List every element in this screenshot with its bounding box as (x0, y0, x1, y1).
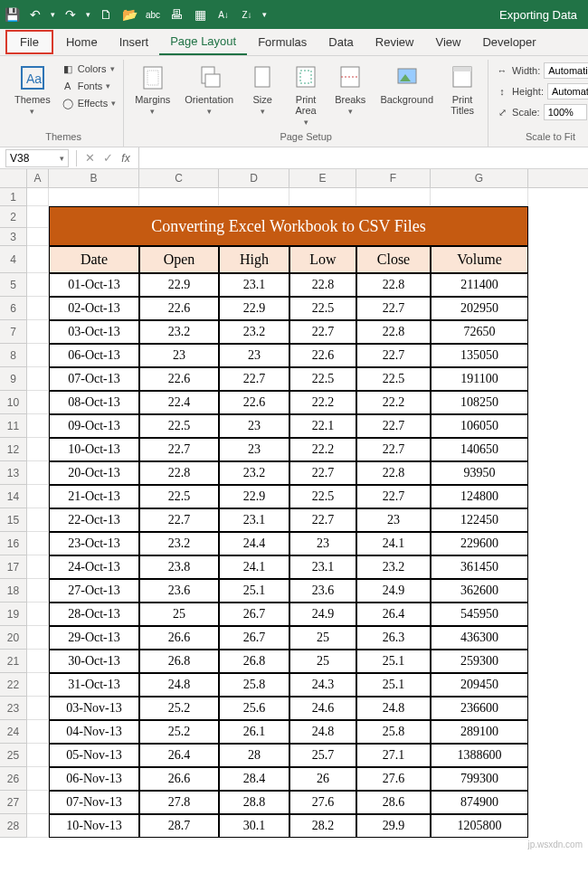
table-cell[interactable]: 22.7 (219, 367, 289, 391)
table-cell[interactable]: 135050 (431, 344, 528, 367)
table-cell[interactable]: 22.8 (139, 461, 219, 485)
table-cell[interactable]: 106050 (431, 414, 528, 438)
table-cell[interactable]: 30.1 (219, 814, 289, 838)
cancel-formula-icon[interactable]: ✕ (81, 151, 99, 165)
print-area-button[interactable]: Print Area▾ (286, 62, 326, 128)
table-cell[interactable]: 25.2 (139, 697, 219, 720)
table-cell[interactable]: 362600 (431, 579, 528, 603)
tab-formulas[interactable]: Formulas (247, 30, 318, 54)
table-cell[interactable]: 22.8 (356, 320, 431, 344)
table-cell[interactable]: 211400 (431, 273, 528, 297)
cell[interactable] (289, 188, 356, 206)
row-header[interactable]: 12 (0, 438, 27, 461)
table-cell[interactable]: 28.2 (289, 814, 356, 838)
cell[interactable] (27, 814, 49, 838)
scale-input[interactable] (544, 104, 587, 120)
row-header[interactable]: 22 (0, 673, 27, 697)
table-cell[interactable]: 23.1 (219, 273, 289, 297)
sort-asc-icon[interactable]: A↓ (215, 6, 232, 23)
row-header[interactable]: 25 (0, 744, 27, 767)
table-cell[interactable]: 03-Nov-13 (49, 697, 139, 720)
cell[interactable] (27, 206, 49, 228)
table-cell[interactable]: 436300 (431, 626, 528, 650)
row-header[interactable]: 4 (0, 246, 27, 273)
table-cell[interactable]: 22.9 (219, 297, 289, 320)
table-cell[interactable]: 22.2 (289, 438, 356, 461)
table-header[interactable]: Close (356, 246, 431, 273)
table-cell[interactable]: 25.1 (356, 673, 431, 697)
sheet-title[interactable]: Converting Excel Workbook to CSV Files (49, 206, 528, 246)
tab-data[interactable]: Data (318, 30, 364, 54)
table-cell[interactable]: 25.2 (139, 720, 219, 744)
table-cell[interactable]: 24.4 (219, 532, 289, 555)
table-cell[interactable]: 23 (139, 344, 219, 367)
row-header[interactable]: 10 (0, 391, 27, 414)
cell[interactable] (27, 246, 49, 273)
cell[interactable] (431, 188, 528, 206)
table-cell[interactable]: 28-Oct-13 (49, 603, 139, 626)
table-cell[interactable]: 108250 (431, 391, 528, 414)
table-cell[interactable]: 04-Nov-13 (49, 720, 139, 744)
cell[interactable] (27, 720, 49, 744)
qat-customize-icon[interactable]: ▾ (262, 10, 267, 19)
tab-page-layout[interactable]: Page Layout (159, 29, 247, 55)
table-cell[interactable]: 23 (356, 508, 431, 532)
table-cell[interactable]: 25.1 (356, 650, 431, 673)
table-cell[interactable]: 799300 (431, 767, 528, 791)
table-cell[interactable]: 25 (139, 603, 219, 626)
table-cell[interactable]: 22.9 (219, 485, 289, 508)
table-cell[interactable]: 22.5 (289, 485, 356, 508)
open-file-icon[interactable]: 📂 (121, 6, 138, 23)
table-cell[interactable]: 27.6 (356, 767, 431, 791)
table-cell[interactable]: 08-Oct-13 (49, 391, 139, 414)
table-cell[interactable]: 26.8 (139, 650, 219, 673)
undo-dropdown-icon[interactable]: ▾ (51, 10, 55, 19)
table-cell[interactable]: 22.5 (139, 414, 219, 438)
table-cell[interactable]: 22.4 (139, 391, 219, 414)
table-cell[interactable]: 124800 (431, 485, 528, 508)
table-cell[interactable]: 31-Oct-13 (49, 673, 139, 697)
table-header[interactable]: Volume (431, 246, 528, 273)
table-header[interactable]: High (219, 246, 289, 273)
table-cell[interactable]: 259300 (431, 650, 528, 673)
size-button[interactable]: Size▾ (242, 62, 282, 118)
table-cell[interactable]: 23.2 (219, 461, 289, 485)
table-cell[interactable]: 236600 (431, 697, 528, 720)
table-cell[interactable]: 29.9 (356, 814, 431, 838)
row-header[interactable]: 15 (0, 508, 27, 532)
row-header[interactable]: 23 (0, 697, 27, 720)
table-cell[interactable]: 23 (219, 344, 289, 367)
cell[interactable] (27, 673, 49, 697)
table-cell[interactable]: 122450 (431, 508, 528, 532)
row-header[interactable]: 3 (0, 228, 27, 246)
cell[interactable] (27, 273, 49, 297)
table-cell[interactable]: 22.1 (289, 414, 356, 438)
table-cell[interactable]: 24.9 (289, 603, 356, 626)
table-cell[interactable]: 191100 (431, 367, 528, 391)
table-cell[interactable]: 22.7 (139, 508, 219, 532)
table-cell[interactable]: 22-Oct-13 (49, 508, 139, 532)
table-cell[interactable]: 07-Nov-13 (49, 791, 139, 814)
formula-input[interactable] (138, 147, 588, 168)
table-cell[interactable]: 23-Oct-13 (49, 532, 139, 555)
table-cell[interactable]: 26.4 (139, 744, 219, 767)
table-cell[interactable]: 26.6 (139, 626, 219, 650)
cell[interactable] (219, 188, 289, 206)
table-cell[interactable]: 140650 (431, 438, 528, 461)
table-cell[interactable]: 22.5 (289, 367, 356, 391)
table-cell[interactable]: 28.7 (139, 814, 219, 838)
table-cell[interactable]: 22.9 (139, 273, 219, 297)
cell[interactable] (27, 228, 49, 246)
row-header[interactable]: 16 (0, 532, 27, 555)
tab-review[interactable]: Review (365, 30, 425, 54)
table-cell[interactable]: 01-Oct-13 (49, 273, 139, 297)
table-cell[interactable]: 23.2 (356, 555, 431, 579)
table-cell[interactable]: 26.7 (219, 603, 289, 626)
table-header[interactable]: Low (289, 246, 356, 273)
table-cell[interactable]: 23.8 (139, 555, 219, 579)
table-cell[interactable]: 22.6 (219, 391, 289, 414)
cell[interactable] (27, 320, 49, 344)
table-cell[interactable]: 24.3 (289, 673, 356, 697)
table-cell[interactable]: 22.5 (139, 485, 219, 508)
enter-formula-icon[interactable]: ✓ (99, 151, 117, 165)
